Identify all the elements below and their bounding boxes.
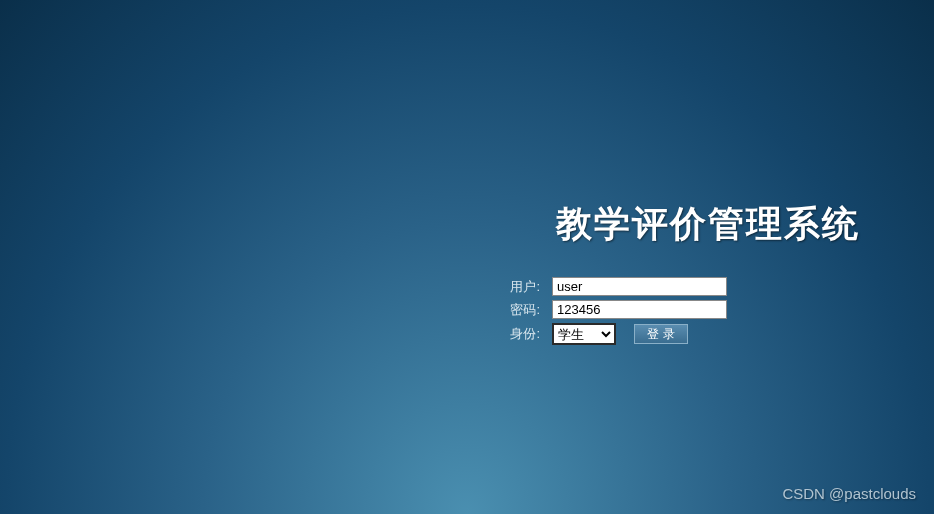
user-label: 用户:: [500, 278, 540, 296]
role-row: 身份: 学生 登录: [500, 323, 900, 345]
login-button[interactable]: 登录: [634, 324, 688, 344]
password-input[interactable]: [552, 300, 727, 319]
password-row: 密码:: [500, 300, 900, 319]
user-row: 用户:: [500, 277, 900, 296]
watermark-text: CSDN @pastclouds: [782, 485, 916, 502]
role-select[interactable]: 学生: [552, 323, 616, 345]
user-input[interactable]: [552, 277, 727, 296]
page-title: 教学评价管理系统: [500, 200, 900, 249]
login-container: 教学评价管理系统 用户: 密码: 身份: 学生 登录: [500, 200, 900, 349]
role-label: 身份:: [500, 325, 540, 343]
password-label: 密码:: [500, 301, 540, 319]
